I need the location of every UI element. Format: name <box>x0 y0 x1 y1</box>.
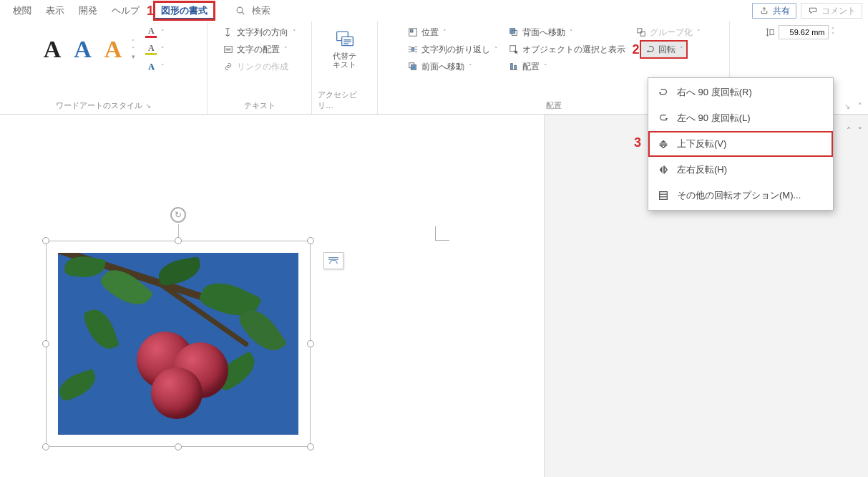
resize-handle[interactable] <box>42 443 49 450</box>
align-text-button[interactable]: 文字の配置 ˅ <box>220 42 299 57</box>
more-rotation-label: その他の回転オプション(M)... <box>677 189 801 202</box>
text-fill-icon: A <box>145 26 157 38</box>
comment-button[interactable]: コメント <box>801 3 862 19</box>
wordart-sample-1[interactable]: A <box>39 36 66 63</box>
svg-rect-12 <box>411 47 414 51</box>
rotation-handle[interactable]: ↻ <box>170 207 186 223</box>
rotate-button[interactable]: 回転˅ <box>641 42 686 57</box>
resize-handle[interactable] <box>42 237 49 244</box>
wrap-text-button[interactable]: 文字列の折り返し˅ <box>404 42 501 57</box>
tab-shape-format[interactable]: 図形の書式 <box>154 1 215 20</box>
create-link-button[interactable]: リンクの作成 <box>220 59 299 74</box>
layout-options-chip[interactable] <box>323 252 343 269</box>
svg-rect-19 <box>411 64 416 69</box>
group-label-wordart: ワードアートのスタイル <box>56 101 142 110</box>
picture-content <box>58 253 298 435</box>
selected-picture[interactable]: ↻ <box>46 241 311 447</box>
height-box[interactable]: ˄˅ <box>764 24 834 40</box>
group-objects-button[interactable]: グループ化˅ <box>633 24 703 40</box>
resize-handle[interactable] <box>307 340 314 347</box>
svg-point-0 <box>237 7 243 13</box>
alt-text-button[interactable]: 代替テキスト <box>323 24 366 72</box>
resize-handle[interactable] <box>307 237 314 244</box>
dialog-launcher-icon[interactable]: ↘ <box>145 102 151 110</box>
comment-label: コメント <box>821 5 856 17</box>
svg-rect-26 <box>514 65 516 69</box>
resize-handle[interactable] <box>175 237 182 244</box>
rotate-icon <box>644 44 655 55</box>
rotate-left-label: 左へ 90 度回転(L) <box>677 112 751 125</box>
wordart-gallery[interactable]: A A A ˄˅▾ <box>39 36 136 63</box>
chevron-down-icon: ˅ <box>161 46 165 53</box>
wordart-sample-3[interactable]: A <box>100 36 127 63</box>
group-wordart: A A A ˄˅▾ A ˅ A ˅ A ˅ ワードアートのスタイ <box>0 21 208 114</box>
position-icon <box>407 26 419 38</box>
alt-text-icon <box>333 27 356 50</box>
link-icon <box>223 61 234 72</box>
send-backward-label: 背面へ移動 <box>522 26 565 39</box>
search-area[interactable]: 検索 <box>235 4 270 17</box>
group-accessibility: 代替テキスト アクセシビリ… <box>312 21 378 114</box>
dialog-launcher-icon[interactable]: ↘ <box>844 102 850 110</box>
wordart-gallery-more[interactable]: ˄˅▾ <box>132 39 135 59</box>
group-label-arrange: 配置 <box>546 98 562 114</box>
resize-handle[interactable] <box>175 443 182 450</box>
tab-view[interactable]: 表示 <box>39 1 72 20</box>
flip-vertical-label: 上下反転(V) <box>677 138 726 150</box>
selection-pane-label: オブジェクトの選択と表示 <box>522 44 625 56</box>
height-input[interactable] <box>779 25 829 39</box>
send-backward-button[interactable]: 背面へ移動˅ <box>505 24 628 40</box>
svg-rect-30 <box>660 192 668 200</box>
group-icon <box>635 26 647 38</box>
text-effects-button[interactable]: A ˅ <box>142 59 167 74</box>
chevron-down-icon: ˅ <box>544 63 547 70</box>
bring-forward-button[interactable]: 前面へ移動˅ <box>404 59 501 74</box>
chevron-down-icon: ˅ <box>443 29 447 36</box>
rotate-left-90[interactable]: 左へ 90 度回転(L) <box>648 105 833 131</box>
position-button[interactable]: 位置˅ <box>404 24 501 40</box>
text-fill-button[interactable]: A ˅ <box>142 24 167 40</box>
callout-3: 3 <box>634 135 641 150</box>
flip-vertical-icon <box>657 138 670 150</box>
chevron-down-icon: ˅ <box>494 46 498 53</box>
flip-vertical[interactable]: 上下反転(V) <box>648 131 833 157</box>
tab-developer[interactable]: 開発 <box>72 1 104 20</box>
align-button[interactable]: 配置˅ <box>505 59 628 74</box>
search-label: 検索 <box>252 4 270 17</box>
flip-horizontal[interactable]: 左右反転(H) <box>648 157 833 183</box>
height-spinner[interactable]: ˄˅ <box>832 27 834 37</box>
selection-pane-button[interactable]: オブジェクトの選択と表示 <box>505 42 628 57</box>
text-outline-button[interactable]: A ˅ <box>142 42 167 57</box>
more-rotation-options[interactable]: その他の回転オプション(M)... <box>648 183 833 208</box>
svg-rect-27 <box>637 29 641 33</box>
more-rotation-icon <box>657 189 670 202</box>
share-icon <box>759 5 770 16</box>
alt-text-label-2: キスト <box>333 60 356 69</box>
svg-rect-28 <box>640 32 645 36</box>
svg-rect-2 <box>225 47 233 53</box>
tab-proofreading[interactable]: 校閲 <box>6 1 39 20</box>
chevron-down-icon: ˅ <box>680 46 683 53</box>
bring-forward-icon <box>407 61 419 72</box>
svg-rect-29 <box>770 30 774 35</box>
text-direction-button[interactable]: 文字列の方向 ˅ <box>220 24 299 40</box>
share-button[interactable]: 共有 <box>752 3 796 19</box>
rotate-label: 回転 <box>658 44 676 56</box>
rotate-left-icon <box>657 112 670 125</box>
page-canvas[interactable]: ↻ <box>0 115 544 477</box>
resize-handle[interactable] <box>307 443 314 450</box>
text-effects-icon: A <box>145 61 157 72</box>
collapse-ribbon-icon[interactable]: ˄ <box>858 102 862 110</box>
svg-rect-6 <box>341 37 353 45</box>
align-text-icon <box>223 44 234 55</box>
scroll-up-icon[interactable]: ˄ <box>847 126 851 136</box>
wordart-sample-2[interactable]: A <box>69 36 96 63</box>
scroll-down-icon[interactable]: ˅ <box>858 126 862 136</box>
rotate-right-90[interactable]: 右へ 90 度回転(R) <box>648 80 833 105</box>
text-outline-icon: A <box>145 44 157 55</box>
rotate-right-label: 右へ 90 度回転(R) <box>677 86 752 99</box>
chevron-down-icon: ˅ <box>697 29 701 36</box>
tab-help[interactable]: ヘルプ <box>104 1 147 20</box>
chevron-down-icon: ˅ <box>161 63 165 70</box>
resize-handle[interactable] <box>42 340 49 347</box>
